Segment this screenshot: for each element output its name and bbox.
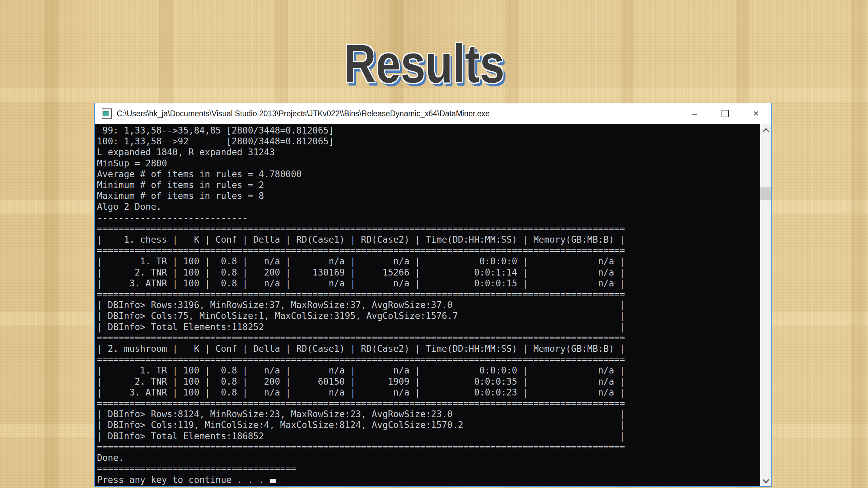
window-controls: – ×	[679, 103, 771, 124]
console-output[interactable]: 99: 1,33,58-->35,84,85 [2800/3448=0.8120…	[95, 124, 760, 486]
maximize-button[interactable]	[710, 103, 741, 124]
scroll-up-icon[interactable]	[763, 128, 769, 135]
slide-background: Results C:\Users\hk_ja\Documents\Visual …	[0, 0, 868, 488]
console-body[interactable]: 99: 1,33,58-->35,84,85 [2800/3448=0.8120…	[95, 124, 771, 486]
page-title: Results	[344, 37, 505, 91]
scroll-down-icon[interactable]	[763, 476, 769, 483]
text-cursor	[270, 479, 276, 483]
close-button[interactable]: ×	[741, 103, 771, 124]
vertical-scrollbar[interactable]	[760, 124, 771, 486]
window-title-text: C:\Users\hk_ja\Documents\Visual Studio 2…	[117, 109, 679, 118]
minimize-icon: –	[692, 109, 697, 118]
scrollbar-thumb[interactable]	[760, 187, 771, 200]
close-icon: ×	[753, 109, 758, 118]
minimize-button[interactable]: –	[679, 103, 710, 124]
console-app-icon-pane	[103, 111, 108, 116]
window-titlebar[interactable]: C:\Users\hk_ja\Documents\Visual Studio 2…	[95, 103, 771, 124]
maximize-icon	[722, 110, 729, 117]
console-app-icon[interactable]	[102, 108, 112, 119]
console-window: C:\Users\hk_ja\Documents\Visual Studio 2…	[94, 103, 772, 487]
